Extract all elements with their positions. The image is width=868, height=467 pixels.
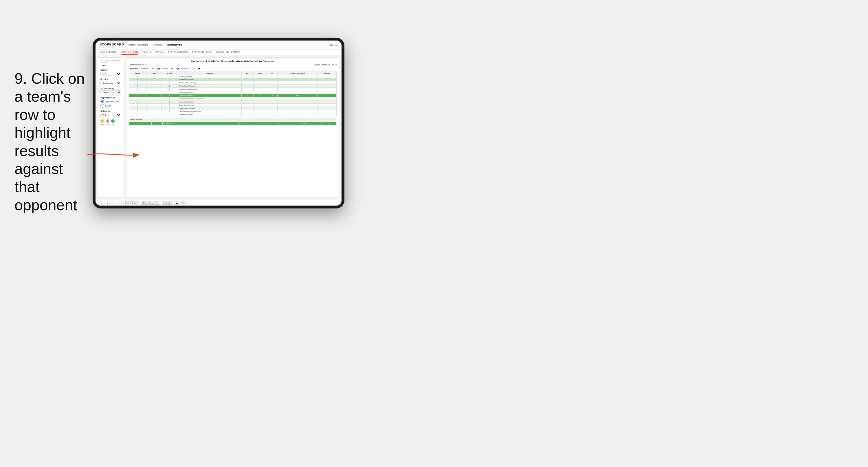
cell-row0-col7: [277, 75, 317, 78]
cell-row5-col7: [277, 91, 317, 94]
cell-row3-col5: [253, 85, 267, 88]
cell-row4-col6: [267, 88, 277, 91]
table-row[interactable]: 9-3University of Arizona: [129, 91, 337, 94]
table-row[interactable]: 6-2Florida State University: [129, 85, 337, 88]
redo-icon[interactable]: ↪: [101, 202, 102, 204]
tab-team-h2h-heatmap[interactable]: TEAM H2H HEATMAP: [143, 51, 164, 55]
cell-row6-col6: 0: [267, 94, 277, 97]
division-select[interactable]: NCAA Division I: [100, 81, 121, 85]
cell-row9-col5: [253, 104, 267, 107]
grid-icon[interactable]: ⊟: [113, 202, 114, 204]
tab-team-summary[interactable]: TEAM SUMMARY: [99, 51, 117, 55]
save-custom-view-button[interactable]: 💾 Save Custom View: [141, 202, 160, 205]
cell-row6-col2: 5: [161, 94, 178, 97]
table-row[interactable]: 3-2Vanderbilt University: [129, 78, 337, 81]
opponent-filter-select[interactable]: (All): [190, 67, 202, 70]
table-row[interactable]: 16-3University of Florida: [129, 113, 337, 116]
table-row[interactable]: 15-4Georgia Institute of Technology: [129, 110, 337, 113]
cell-row5-col0: 9: [129, 91, 147, 94]
watch-label: Watch: [165, 202, 170, 204]
opponent-filter: Opponent (All): [182, 67, 202, 70]
nav-tournaments[interactable]: TOURNAMENTS: [128, 43, 148, 47]
tab-player-h2h-grid[interactable]: PLAYER H2H GRID: [192, 51, 212, 55]
cell-row7-col8: [317, 97, 337, 100]
cell-row8-col2: 3: [161, 100, 178, 104]
cell-row5-col2: 3: [161, 91, 178, 94]
cell-row0-col4: [242, 75, 253, 78]
table-row[interactable]: 4-1Arizona State University: [129, 81, 337, 85]
share-label: Share: [182, 202, 186, 204]
cell-row4-col4: [242, 88, 253, 91]
cell-row3-col7: [277, 85, 317, 88]
radio-top100[interactable]: Top 100: [100, 104, 121, 108]
tab-player-summary[interactable]: PLAYER SUMMARY: [168, 51, 188, 55]
legend-level-label: Level: [106, 123, 110, 125]
cell-row8-col8: [317, 100, 337, 104]
gender-section: Gender Men's: [100, 69, 121, 76]
colour-label: Colour by: [100, 110, 121, 112]
table-row[interactable]: 12-3University of Virginia: [129, 100, 337, 104]
col-conf: # Conf: [161, 72, 178, 75]
school-section: School (Rank) University of Nort...: [100, 87, 121, 94]
cell-row1-col8: [317, 78, 337, 81]
overall-record: Overall Record: 89 - 17 - 0: [129, 64, 151, 66]
colour-select[interactable]: Win/loss: [100, 113, 121, 117]
table-row[interactable]: 8-2University of Washington: [129, 88, 337, 91]
legend-down-dot: [100, 119, 104, 123]
cell-row7-col2: 6: [161, 97, 178, 100]
table-row[interactable]: 10-5University of Alabama3002.618: [129, 94, 337, 97]
cell-row7-col3: University of Arkansas, Fayetteville: [178, 97, 242, 100]
tab-player-h2h-heatmap[interactable]: PLAYER H2H HEATMAP: [216, 51, 240, 55]
logo-text: SCOREBOARD: [99, 42, 124, 46]
back-icon[interactable]: ↶: [104, 202, 106, 204]
cell-row1-col1: -: [146, 78, 161, 81]
cell-row12-col8: [317, 113, 337, 116]
timestamp: Last Updated: 27/03/2024 16:55:38: [100, 60, 121, 63]
cell-row9-col1: -: [146, 104, 161, 107]
share-button[interactable]: Share: [181, 202, 188, 204]
school-select[interactable]: University of Nort...: [100, 90, 121, 94]
table-row[interactable]: 2-1Auburn University: [129, 75, 337, 78]
division-section: Division NCAA Division I: [100, 78, 121, 85]
fit-icon[interactable]: ⊞: [110, 202, 111, 204]
cell-row10-col6: [267, 107, 277, 110]
left-panel: Last Updated: 27/03/2024 16:55:38 Team G…: [98, 57, 124, 198]
cell-row0-col3: Auburn University: [178, 75, 242, 78]
nav-teams[interactable]: TEAMS: [153, 43, 162, 47]
record-row: Overall Record: 89 - 17 - 0 Division Rec…: [129, 64, 337, 66]
radio-opponents-played[interactable]: Opponents Played: [100, 99, 121, 104]
region-filter-select[interactable]: (All): [169, 67, 180, 70]
cell-row10-col0: 14: [129, 107, 147, 110]
cell-row5-col4: [242, 91, 253, 94]
legend-up-dot: [111, 119, 115, 123]
table-row[interactable]: 14-2University of Oklahoma: [129, 107, 337, 110]
instruction-text: 9. Click on a team's row to highlight re…: [14, 69, 90, 214]
cell-row12-col4: [242, 113, 253, 116]
screenshot-button[interactable]: 📷: [175, 202, 179, 205]
out-division-row[interactable]: NCAA Division II 1 0 0 26.00 3: [129, 122, 337, 125]
cell-row3-col6: [267, 85, 277, 88]
cell-row10-col8: [317, 107, 337, 110]
opponent-view-label: Opponent View: [100, 97, 121, 99]
cell-row1-col7: [277, 78, 317, 81]
col-win: Win: [242, 72, 253, 75]
conference-filter-select[interactable]: (All): [150, 67, 161, 70]
filter-row: Opponents: Conference (All) Region (All): [129, 67, 337, 70]
cell-row2-col4: [242, 81, 253, 85]
table-row[interactable]: 11-6University of Arkansas, Fayetteville: [129, 97, 337, 100]
cell-row3-col8: [317, 85, 337, 88]
view-original-button[interactable]: 👁 View: Original: [124, 202, 139, 204]
od-loss: 0: [255, 122, 271, 125]
nav-committee[interactable]: COMMITTEE: [167, 43, 183, 47]
cell-row1-col6: [267, 78, 277, 81]
tab-team-h2h-grid[interactable]: TEAM H2H GRID: [121, 51, 138, 55]
conference-filter: Conference (All): [140, 67, 161, 70]
main-content: Last Updated: 27/03/2024 16:55:38 Team G…: [95, 55, 342, 200]
cell-row9-col4: [242, 104, 253, 107]
gender-select[interactable]: Men's: [100, 72, 121, 76]
sign-out-link[interactable]: Sign out: [330, 44, 338, 46]
cell-row12-col3: University of Florida: [178, 113, 242, 116]
table-row[interactable]: 13-1Texas Tech University: [129, 104, 337, 107]
watch-button[interactable]: 👁 Watch ▾: [162, 202, 173, 205]
undo-icon[interactable]: ↩: [98, 202, 99, 204]
